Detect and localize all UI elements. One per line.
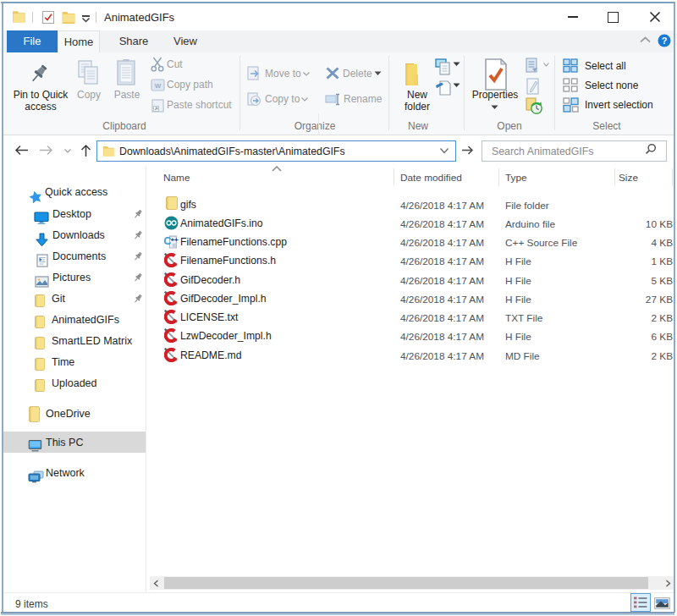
- svg-text:++: ++: [170, 236, 179, 244]
- svg-text:?: ?: [662, 36, 668, 46]
- svg-text:W: W: [155, 82, 162, 90]
